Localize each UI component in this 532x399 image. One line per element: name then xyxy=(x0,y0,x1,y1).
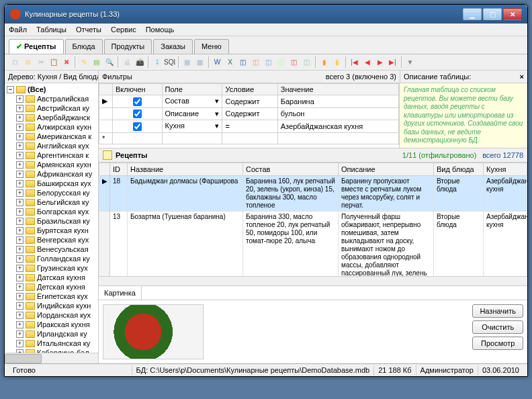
tb-cut-icon[interactable]: ✂ xyxy=(35,56,46,68)
tb-doc-icon[interactable]: ◫ xyxy=(237,56,249,68)
tree-item[interactable]: +Кабардино-бал xyxy=(7,348,96,353)
tree-item[interactable]: +Азербайджанск xyxy=(7,113,96,122)
tb-edit-icon[interactable]: ✎ xyxy=(78,56,89,68)
expand-icon[interactable]: + xyxy=(16,114,24,122)
tb-exp1-icon[interactable]: ▦ xyxy=(181,56,193,68)
expand-icon[interactable]: + xyxy=(16,321,24,328)
filter-row[interactable]: Кухня ▾=Азербайджанская кухня xyxy=(99,120,399,133)
tb-excel-icon[interactable]: X xyxy=(224,56,236,68)
expand-icon[interactable]: + xyxy=(16,255,24,263)
tb-csv-icon[interactable]: ◫ xyxy=(275,56,287,68)
menu-Файл[interactable]: Файл xyxy=(9,26,27,34)
tree-item[interactable]: +Американская к xyxy=(7,132,96,141)
expand-icon[interactable]: + xyxy=(16,208,24,216)
tb-prev-icon[interactable]: ◀ xyxy=(361,56,373,68)
grid-hscroll[interactable] xyxy=(99,276,527,285)
expand-icon[interactable]: + xyxy=(16,236,24,244)
tree-item[interactable]: +Австралийская xyxy=(7,94,96,103)
tree-item[interactable]: +Башкирская кух xyxy=(7,179,96,188)
expand-icon[interactable]: + xyxy=(16,133,24,140)
tb-chart-icon[interactable]: ▮ xyxy=(318,56,330,68)
tb-stat-icon[interactable]: ▮ xyxy=(331,56,343,68)
expand-icon[interactable]: + xyxy=(16,199,24,206)
filter-col[interactable]: Включен xyxy=(113,84,163,95)
tree-item[interactable]: +Бурятская кухн xyxy=(7,226,96,235)
tb-import-icon[interactable]: ↧ xyxy=(151,56,163,68)
tb-new-icon[interactable]: □ xyxy=(9,56,21,68)
tree-item[interactable]: +Армянская кухн xyxy=(7,160,96,169)
expand-icon[interactable]: + xyxy=(16,218,24,225)
expand-icon[interactable]: + xyxy=(16,95,24,103)
expand-icon[interactable]: + xyxy=(16,340,24,347)
tb-xml-icon[interactable]: ◫ xyxy=(263,56,274,68)
expand-icon[interactable]: + xyxy=(16,227,24,234)
tb-next-icon[interactable]: ▶ xyxy=(374,56,386,68)
expand-icon[interactable]: + xyxy=(16,302,24,310)
tb-exp2-icon[interactable]: ▦ xyxy=(194,56,206,68)
expand-icon[interactable]: + xyxy=(16,171,24,178)
filter-enabled-checkbox[interactable] xyxy=(133,109,142,118)
tree-item[interactable]: +Египетская кух xyxy=(7,292,96,301)
tree-item[interactable]: +Английская кух xyxy=(7,141,96,150)
tab-Меню[interactable]: Меню xyxy=(194,39,229,54)
expand-icon[interactable]: + xyxy=(16,161,24,169)
tb-first-icon[interactable]: |◀ xyxy=(349,56,360,68)
tb-print-icon[interactable]: 🖨 xyxy=(121,56,132,68)
filter-enabled-checkbox[interactable] xyxy=(133,122,142,131)
tb-misc-icon[interactable]: ◫ xyxy=(301,56,312,68)
tree-item[interactable]: +Венгерская кух xyxy=(7,235,96,245)
expand-icon[interactable]: + xyxy=(16,293,24,300)
tree-item[interactable]: +Африканская ку xyxy=(7,169,96,179)
grid-col[interactable]: Название xyxy=(128,163,243,175)
tb-pdf-icon[interactable]: ◫ xyxy=(288,56,300,68)
tb-tree-icon[interactable]: ▤ xyxy=(91,56,102,68)
close-button[interactable]: ✕ xyxy=(503,8,522,20)
filter-col[interactable]: Значение xyxy=(277,84,398,95)
tab-Продукты[interactable]: Продукты xyxy=(104,39,152,54)
menu-Отчеты[interactable]: Отчеты xyxy=(76,26,101,34)
expand-icon[interactable]: + xyxy=(16,330,24,338)
tree-item[interactable]: +Датская кухня xyxy=(7,273,96,282)
filter-col[interactable]: Условие xyxy=(222,84,277,95)
picture-tab[interactable]: Картинка xyxy=(99,285,527,300)
tree-item[interactable]: +Детская кухня xyxy=(7,282,96,292)
expand-icon[interactable]: + xyxy=(16,180,24,187)
filter-col[interactable]: Поле xyxy=(162,84,222,95)
grid-col[interactable]: Вид блюда xyxy=(434,163,484,175)
minimize-button[interactable]: ▁ xyxy=(463,8,482,20)
tree-item[interactable]: +Голландская ку xyxy=(7,254,96,263)
tree-item[interactable]: +Грузинская кух xyxy=(7,263,96,273)
maximize-button[interactable]: ▢ xyxy=(483,8,502,20)
grid-col[interactable]: Состав xyxy=(243,163,339,175)
tb-html-icon[interactable]: ◫ xyxy=(250,56,261,68)
collapse-icon[interactable]: − xyxy=(7,86,14,93)
tree-item[interactable]: +Индийская кухн xyxy=(7,301,96,310)
assign-button[interactable]: Назначить xyxy=(472,304,523,318)
tree-item[interactable]: +Итальянская ку xyxy=(7,339,96,348)
menu-Таблицы[interactable]: Таблицы xyxy=(36,26,66,34)
expand-icon[interactable]: + xyxy=(16,274,24,281)
tb-copy-icon[interactable]: ⧉ xyxy=(22,56,34,68)
close-desc-button[interactable]: × xyxy=(520,73,524,81)
tree-item[interactable]: +Австрийская ку xyxy=(7,103,96,113)
grid-col[interactable]: Кухня xyxy=(484,163,527,175)
menu-Помощь[interactable]: Помощь xyxy=(146,26,175,34)
tb-down-icon[interactable]: ▼ xyxy=(404,56,416,68)
expand-icon[interactable]: + xyxy=(16,265,24,272)
expand-icon[interactable]: + xyxy=(16,152,24,159)
tab-Блюда[interactable]: Блюда xyxy=(65,39,103,54)
filter-row[interactable]: ▶Состав ▾СодержитБаранина xyxy=(99,95,399,108)
filter-grid[interactable]: ВключенПолеУсловиеЗначение▶Состав ▾Содер… xyxy=(99,83,400,148)
recipes-grid[interactable]: IDНазваниеСоставОписаниеВид блюдаКухня▶1… xyxy=(99,163,527,277)
expand-icon[interactable]: + xyxy=(16,124,24,131)
grid-col[interactable]: ID xyxy=(110,163,128,175)
tree-item[interactable]: +Ирландская ку xyxy=(7,329,96,339)
tb-word-icon[interactable]: W xyxy=(212,56,223,68)
expand-icon[interactable]: + xyxy=(16,105,24,112)
expand-icon[interactable]: + xyxy=(16,142,24,150)
tree-item[interactable]: +Венесуэльская xyxy=(7,245,96,254)
view-button[interactable]: Просмотр xyxy=(472,337,523,350)
menu-Сервис[interactable]: Сервис xyxy=(111,26,136,34)
tb-sql-icon[interactable]: SQL xyxy=(164,56,175,68)
tree-item[interactable]: +Болгарская кух xyxy=(7,207,96,216)
